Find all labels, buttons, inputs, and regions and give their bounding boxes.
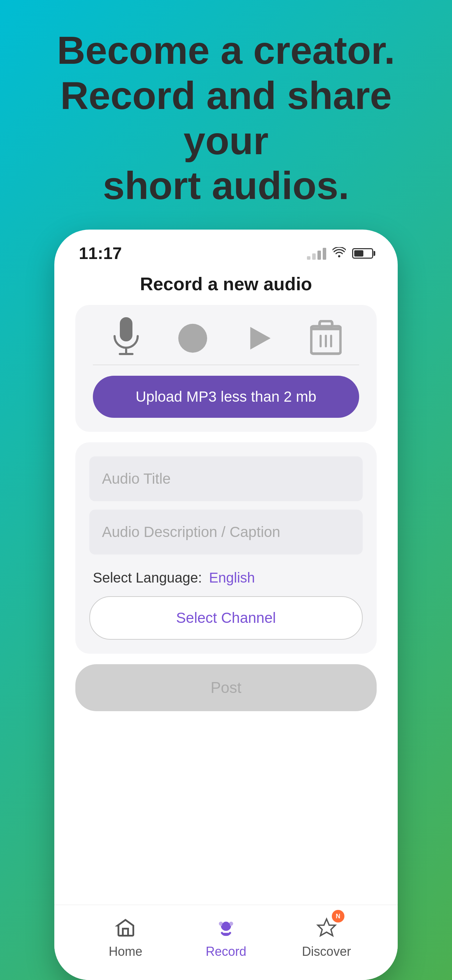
language-value[interactable]: English xyxy=(209,570,255,586)
bottom-nav: Home Record N Disc xyxy=(54,905,398,980)
form-card: Select Language: English Select Channel xyxy=(75,442,377,654)
mic-button[interactable] xyxy=(110,323,142,354)
page-title: Record a new audio xyxy=(54,266,398,305)
nav-item-home[interactable]: Home xyxy=(94,915,157,959)
stop-icon xyxy=(177,323,208,354)
discover-nav-label: Discover xyxy=(302,944,351,959)
status-time: 11:17 xyxy=(79,243,122,263)
home-nav-icon xyxy=(113,915,138,940)
battery-icon xyxy=(352,248,373,259)
svg-point-13 xyxy=(229,922,233,926)
delete-button[interactable] xyxy=(310,323,342,354)
upload-button[interactable]: Upload MP3 less than 2 mb xyxy=(93,376,359,418)
nav-item-record[interactable]: Record xyxy=(194,915,258,959)
phone-mockup: 11:17 Record a new audio xyxy=(54,229,398,980)
play-icon xyxy=(244,323,275,354)
nav-item-discover[interactable]: N Discover xyxy=(295,915,358,959)
svg-rect-6 xyxy=(320,321,332,328)
new-badge: N xyxy=(332,910,344,923)
mic-icon xyxy=(110,317,142,359)
discover-nav-icon: N xyxy=(314,915,339,940)
status-icons xyxy=(307,246,373,261)
select-channel-button[interactable]: Select Channel xyxy=(89,596,363,640)
record-nav-label: Record xyxy=(206,944,246,959)
hero-title: Become a creator. Record and share your … xyxy=(21,28,431,208)
svg-marker-4 xyxy=(250,327,271,350)
content-area: Upload MP3 less than 2 mb Select Languag… xyxy=(54,305,398,905)
recorder-controls xyxy=(93,323,359,354)
svg-point-3 xyxy=(178,324,207,353)
post-button[interactable]: Post xyxy=(75,664,377,711)
stop-button[interactable] xyxy=(177,323,208,354)
hero-section: Become a creator. Record and share your … xyxy=(0,0,452,229)
language-label: Select Language: xyxy=(93,570,202,586)
divider xyxy=(93,364,359,365)
record-nav-icon xyxy=(214,915,238,940)
signal-icon xyxy=(307,247,326,260)
wifi-icon xyxy=(333,246,346,261)
trash-icon xyxy=(310,320,342,357)
recording-card: Upload MP3 less than 2 mb xyxy=(75,305,377,432)
home-nav-label: Home xyxy=(108,944,142,959)
svg-point-12 xyxy=(219,922,223,926)
status-bar: 11:17 xyxy=(54,229,398,266)
svg-rect-0 xyxy=(120,317,132,341)
play-button[interactable] xyxy=(244,323,275,354)
svg-marker-14 xyxy=(318,919,335,936)
language-row: Select Language: English xyxy=(89,563,363,596)
audio-description-input[interactable] xyxy=(89,510,363,555)
audio-title-input[interactable] xyxy=(89,457,363,501)
